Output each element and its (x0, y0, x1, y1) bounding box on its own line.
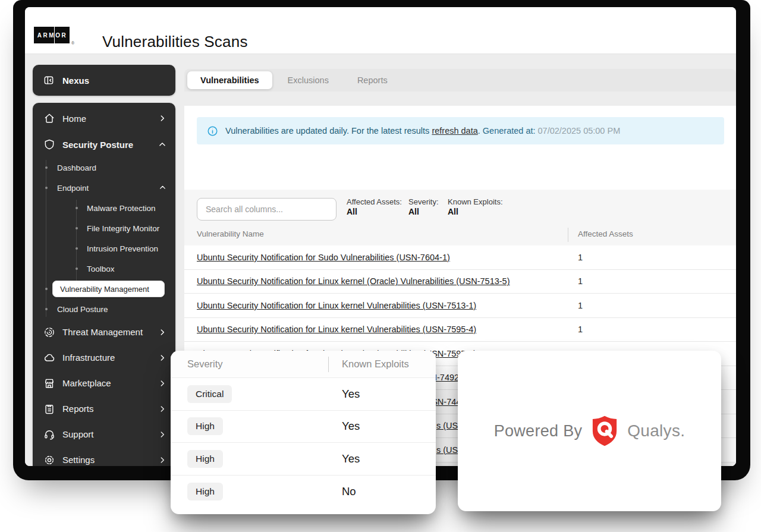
column-vulnerability-name[interactable]: Vulnerability Name (197, 229, 264, 238)
sidebar-item-label: Home (62, 114, 86, 124)
active-item-pill[interactable]: Vulnerability Management (52, 281, 165, 297)
page: ARMOR ® Vulnerabilities Scans Nexus (0, 0, 761, 532)
affected-assets-count: 1 (578, 253, 583, 262)
qualys-brand-text: Qualys. (627, 421, 685, 440)
sidebar-item-intrusion-prevention[interactable]: Intrusion Prevention (33, 238, 175, 259)
panel-collapse-icon (43, 74, 55, 86)
affected-assets-count: 1 (578, 276, 583, 286)
column-affected-assets[interactable]: Affected Assets (578, 229, 633, 238)
severity-card-header: Severity Known Exploits (171, 351, 436, 378)
page-title: Vulnerabilities Scans (102, 33, 248, 51)
sidebar-item-label: Settings (62, 455, 95, 465)
sidebar-item-label: Support (62, 429, 94, 439)
sidebar-item-label: Cloud Posture (57, 305, 108, 314)
sidebar-item-support[interactable]: Support (33, 421, 175, 447)
severity-callout-card: Severity Known Exploits Critical Yes Hig… (171, 351, 436, 514)
cloud-icon (43, 352, 55, 364)
sidebar-item-malware-protection[interactable]: Malware Protection (33, 198, 175, 218)
sidebar-item-label: File Integrity Monitor (87, 224, 159, 233)
powered-by-text: Powered By (494, 422, 583, 440)
known-exploits-value: No (342, 485, 356, 498)
sidebar-item-cloud-posture[interactable]: Cloud Posture (33, 299, 175, 319)
sidebar-item-marketplace[interactable]: Marketplace (33, 370, 175, 396)
nexus-label: Nexus (62, 75, 89, 86)
sidebar-item-endpoint[interactable]: Endpoint (33, 178, 175, 198)
bullet-icon (45, 288, 48, 290)
bullet-icon (45, 187, 48, 189)
bullet-icon (76, 207, 78, 209)
vulnerability-link[interactable]: Ubuntu Security Notification for Linux k… (197, 276, 510, 286)
headset-icon (43, 429, 55, 440)
sidebar-item-toolbox[interactable]: Toolbox (33, 259, 175, 279)
table-row: Ubuntu Security Notification for Sudo Vu… (184, 245, 736, 270)
info-banner: Vulnerabilities are updated daily. For t… (197, 117, 724, 144)
chevron-right-icon (158, 405, 166, 413)
sidebar-item-vulnerability-management[interactable]: Vulnerability Management (33, 279, 175, 299)
qualys-shield-icon (591, 415, 618, 446)
bullet-icon (76, 247, 78, 250)
filter-severity[interactable]: Severity: All (408, 197, 439, 216)
filter-affected-assets[interactable]: Affected Assets: All (347, 197, 402, 216)
clipboard-icon (43, 403, 55, 415)
sidebar-item-reports[interactable]: Reports (33, 396, 175, 421)
vulnerability-link[interactable]: Ubuntu Security Notification for Linux k… (197, 325, 476, 334)
tab-reports[interactable]: Reports (344, 71, 401, 89)
banner-text-period: . (478, 126, 480, 136)
sidebar-item-label: Dashboard (57, 163, 96, 172)
chevron-up-icon (158, 140, 166, 149)
known-exploits-value: Yes (342, 388, 360, 401)
filter-value: All (347, 207, 402, 216)
search-input[interactable] (197, 198, 337, 221)
vulnerability-link[interactable]: Ubuntu Security Notification for Sudo Vu… (197, 253, 450, 262)
severity-row: High Yes (171, 443, 436, 476)
tab-exclusions[interactable]: Exclusions (275, 71, 342, 89)
severity-row: High No (171, 476, 436, 508)
filter-label: Known Exploits: (448, 197, 503, 206)
chevron-right-icon (158, 328, 166, 336)
qualys-callout-card: Powered By Qualys. (458, 351, 721, 511)
severity-row: High Yes (171, 411, 436, 443)
generated-timestamp: 07/02/2025 05:00 PM (538, 126, 621, 136)
filter-label: Affected Assets: (347, 197, 402, 206)
sidebar-item-label: Malware Protection (87, 204, 156, 213)
sidebar-item-dashboard[interactable]: Dashboard (33, 158, 175, 178)
severity-badge: High (187, 417, 223, 435)
refresh-data-link[interactable]: refresh data (432, 126, 477, 136)
severity-badge: High (187, 450, 223, 468)
table-row: Ubuntu Security Notification for Linux k… (184, 294, 736, 318)
sidebar-item-label: Reports (62, 404, 94, 414)
tab-vulnerabilities[interactable]: Vulnerabilities (187, 71, 272, 89)
sidebar-item-security-posture[interactable]: Security Posture (33, 131, 175, 158)
nexus-collapse-button[interactable]: Nexus (33, 65, 175, 96)
sidebar-item-home[interactable]: Home (33, 105, 175, 131)
table-row: Ubuntu Security Notification for Linux k… (184, 270, 736, 294)
chevron-right-icon (158, 430, 166, 439)
table-row: Ubuntu Security Notification for Linux k… (184, 318, 736, 342)
banner-text-main: Vulnerabilities are updated daily. For t… (225, 126, 429, 136)
bullet-icon (45, 166, 48, 169)
chevron-right-icon (158, 114, 166, 122)
armor-logo-text: ARMOR (36, 32, 67, 39)
vulnerability-link[interactable]: Ubuntu Security Notification for Linux k… (197, 301, 476, 310)
sidebar-item-label: Infrastructure (62, 352, 115, 363)
column-severity: Severity (187, 358, 223, 370)
tab-bar: Vulnerabilities Exclusions Reports (184, 69, 736, 92)
radar-icon (43, 326, 55, 338)
sidebar-item-settings[interactable]: Settings (33, 447, 175, 466)
known-exploits-value: Yes (342, 420, 360, 433)
sidebar-item-infrastructure[interactable]: Infrastructure (33, 345, 175, 370)
app-header: ARMOR ® Vulnerabilities Scans (25, 7, 736, 54)
banner-text: Vulnerabilities are updated daily. For t… (225, 126, 620, 136)
severity-row: Critical Yes (171, 378, 436, 411)
column-known-exploits: Known Exploits (342, 358, 409, 370)
filter-known-exploits[interactable]: Known Exploits: All (448, 197, 503, 216)
filter-value: All (408, 207, 439, 216)
bullet-icon (76, 227, 78, 229)
chevron-up-icon (159, 184, 166, 191)
bullet-icon (45, 308, 48, 310)
sidebar-item-label: Threat Management (62, 327, 143, 337)
sidebar-item-threat-management[interactable]: Threat Management (33, 319, 175, 345)
filter-value: All (448, 207, 503, 216)
sidebar-item-file-integrity-monitor[interactable]: File Integrity Monitor (33, 218, 175, 238)
sidebar-item-label: Intrusion Prevention (87, 244, 158, 253)
